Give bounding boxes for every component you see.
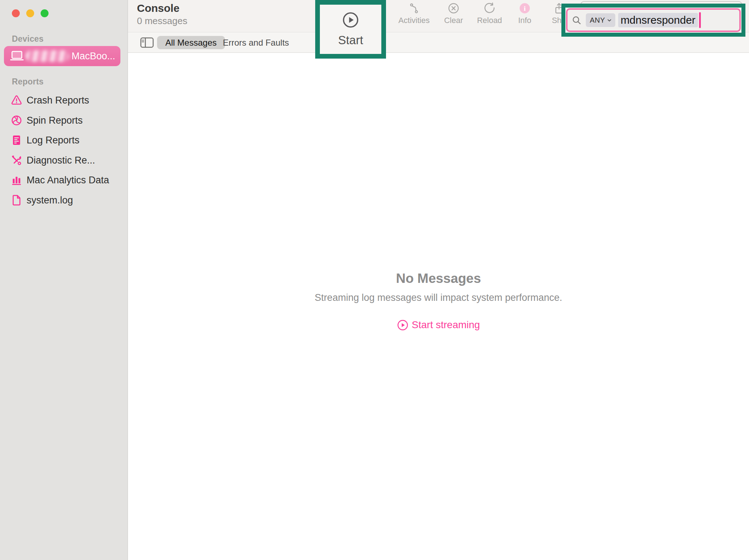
devices-section-header: Devices [12, 34, 43, 44]
sidebar-item-device-macbook[interactable]: MacBoo... [4, 46, 120, 66]
activities-label: Activities [399, 16, 430, 25]
file-icon [10, 194, 23, 206]
play-circle-icon [397, 320, 408, 331]
svg-text:i: i [524, 4, 526, 12]
sidebar-item-mac-analytics-data[interactable]: Mac Analytics Data [0, 171, 128, 189]
zoom-window-button[interactable] [41, 9, 49, 17]
title-block: Console 0 messages [137, 2, 187, 27]
tools-icon [10, 154, 23, 166]
info-icon: i [519, 2, 531, 14]
minimize-window-button[interactable] [26, 9, 34, 17]
device-label: MacBoo... [72, 51, 115, 62]
close-window-button[interactable] [12, 9, 20, 17]
empty-state: No Messages Streaming log messages will … [128, 271, 749, 332]
play-circle-icon [342, 12, 359, 28]
empty-state-subtitle: Streaming log messages will impact syste… [128, 292, 749, 303]
sidebar-item-crash-reports[interactable]: Crash Reports [0, 91, 128, 109]
window-title: Console [137, 2, 187, 14]
clear-circle-icon [447, 2, 460, 14]
start-button-annotation: Start [315, 0, 386, 59]
sidebar-item-label: system.log [27, 195, 73, 206]
tab-errors-and-faults[interactable]: Errors and Faults [223, 36, 289, 49]
sidebar-item-label: Mac Analytics Data [27, 175, 109, 186]
reload-icon [483, 2, 496, 14]
sidebar: Devices MacBoo... Reports Crash Reports [0, 0, 128, 560]
message-count: 0 messages [137, 15, 187, 27]
sidebar-item-log-reports[interactable]: Log Reports [0, 131, 128, 149]
sidebar-item-diagnostic-reports[interactable]: Diagnostic Re... [0, 151, 128, 169]
sidebar-item-label: Log Reports [27, 135, 79, 146]
text-cursor [699, 12, 701, 28]
window-controls [12, 9, 49, 17]
log-document-icon [10, 134, 23, 146]
search-scope-label: ANY [590, 16, 605, 24]
empty-state-title: No Messages [128, 271, 749, 286]
search-icon [572, 15, 582, 25]
search-query-text: mdnsresponder [618, 13, 698, 27]
warning-triangle-icon [10, 94, 23, 106]
pinwheel-icon [10, 114, 23, 127]
messages-area: No Messages Streaming log messages will … [128, 53, 749, 560]
sidebar-item-label: Crash Reports [27, 95, 89, 106]
start-button[interactable]: Start [338, 12, 363, 47]
info-label: Info [518, 16, 532, 25]
start-streaming-label: Start streaming [412, 319, 480, 331]
sidebar-item-label: Diagnostic Re... [27, 155, 95, 166]
search-annotation: ANY mdnsresponder [561, 4, 745, 37]
start-button-label: Start [338, 33, 363, 47]
activities-icon [408, 2, 420, 14]
bar-chart-icon [10, 174, 23, 186]
start-streaming-link[interactable]: Start streaming [397, 319, 480, 331]
search-scope-dropdown[interactable]: ANY [586, 13, 615, 27]
reports-section-header: Reports [12, 77, 43, 87]
sidebar-item-system-log[interactable]: system.log [0, 191, 128, 209]
search-input[interactable]: ANY mdnsresponder [566, 8, 741, 32]
sidebar-item-label: Spin Reports [27, 115, 83, 126]
tab-all-messages[interactable]: All Messages [157, 36, 225, 49]
redacted-device-name [26, 50, 69, 62]
sidebar-toggle-icon[interactable] [140, 37, 154, 48]
reload-label: Reload [477, 16, 502, 25]
sidebar-item-spin-reports[interactable]: Spin Reports [0, 111, 128, 129]
chevron-down-icon [607, 18, 612, 23]
clear-label: Clear [444, 16, 463, 25]
laptop-icon [10, 50, 24, 62]
